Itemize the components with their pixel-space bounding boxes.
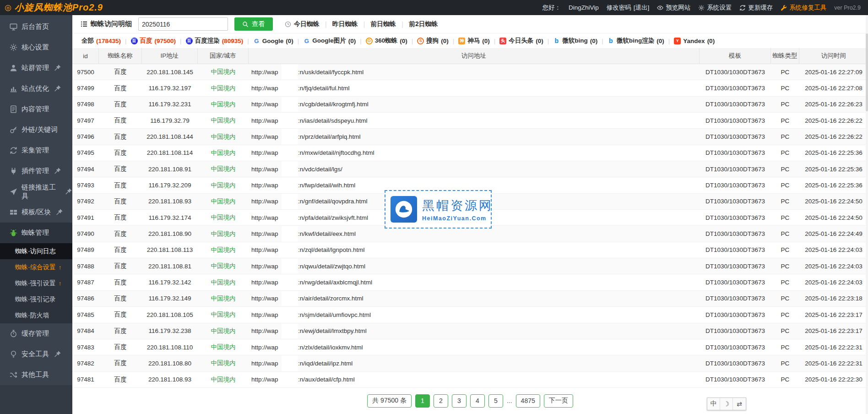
sidebar-item-plug[interactable]: 插件管理 xyxy=(0,161,72,181)
preview-site-link[interactable]: 预览网站 xyxy=(657,4,690,12)
update-cache-link[interactable]: 更新缓存 xyxy=(739,4,773,12)
repair-tool-link[interactable]: 系统修复工具 xyxy=(781,4,826,12)
cell-蜘蛛类型: PC xyxy=(771,258,799,274)
filter-shenma[interactable]: 神神马(0) xyxy=(458,37,490,45)
table-row[interactable]: 97489百度220.181.108.113中国境内http://wap:n/z… xyxy=(72,242,868,258)
google-icon: G xyxy=(303,38,310,44)
table-row[interactable]: 97481百度220.181.108.93中国境内http://wap:n/au… xyxy=(72,372,868,388)
sidebar-subitem[interactable]: 蜘蛛·强引记录 xyxy=(0,291,72,307)
sidebar-item-grid[interactable]: 模板/区块 xyxy=(0,202,72,223)
sidebar-item-spider[interactable]: 蜘蛛管理 xyxy=(0,223,72,243)
ime-key-0[interactable]: 中 xyxy=(707,398,720,410)
sidebar-subitem[interactable]: 蜘蛛·访问日志 xyxy=(0,243,72,259)
page-button-last[interactable]: 4875 xyxy=(516,394,540,408)
redaction-overlay xyxy=(282,64,298,80)
cell-蜘蛛类型: PC xyxy=(771,129,799,144)
page-button-4[interactable]: 4 xyxy=(470,394,485,408)
table-row[interactable]: 97499百度116.179.32.197中国境内http://wap:n/fj… xyxy=(72,80,868,96)
filter-google[interactable]: GGoogle图片(0) xyxy=(303,37,356,45)
cell-国家/城市: 中国境内 xyxy=(198,161,249,177)
filter-google[interactable]: GGoogle(0) xyxy=(253,38,293,44)
url-prefix: http://wap xyxy=(251,295,278,302)
system-settings-label: 系统设置 xyxy=(707,4,732,12)
filter-all[interactable]: 全部(178435) xyxy=(81,37,121,45)
sidebar-item-chart[interactable]: 站点优化 xyxy=(0,78,72,99)
table-row[interactable]: 97496百度220.181.108.144中国境内http://wap:n/p… xyxy=(72,129,868,145)
system-settings-link[interactable]: 系统设置 xyxy=(698,4,732,12)
page-button-2[interactable]: 2 xyxy=(434,394,448,408)
table-row[interactable]: 97495百度220.181.108.114中国境内http://wap:n/m… xyxy=(72,145,868,161)
filter-bing[interactable]: b微软bing渲染(0) xyxy=(608,37,664,45)
ime-key-1[interactable]: ☽ xyxy=(720,398,733,410)
table-row[interactable]: 97488百度220.181.108.81中国境内http://wap:n/qw… xyxy=(72,258,868,274)
view-button[interactable]: 查看 xyxy=(234,17,273,31)
quick-link[interactable]: 昨日蜘蛛 xyxy=(332,20,358,28)
cell-蜘蛛类型: PC xyxy=(771,307,799,322)
sidebar-item-key[interactable]: 外链/关键词 xyxy=(0,120,72,140)
sidebar-item-document[interactable]: 内容管理 xyxy=(0,99,72,120)
table-row[interactable]: 97500百度220.181.108.145中国境内http://wap:n/u… xyxy=(72,64,868,80)
filter-baidu[interactable]: 百百度渲染(80935) xyxy=(186,37,244,45)
date-picker xyxy=(138,17,228,31)
quick-link[interactable]: 前日蜘蛛 xyxy=(370,20,396,28)
date-input[interactable] xyxy=(142,21,225,28)
sidebar-item-gear[interactable]: 核心设置 xyxy=(0,37,72,58)
document-icon xyxy=(10,105,17,113)
cell-蜘蛛类型: PC xyxy=(771,242,799,258)
sidebar-item-shuffle[interactable]: 其他工具 xyxy=(0,365,72,385)
sidebar-subitem[interactable]: 蜘蛛·防火墙 xyxy=(0,307,72,323)
sidebar-item-user[interactable]: 站群管理 xyxy=(0,58,72,78)
scrollbar-thumb[interactable] xyxy=(866,33,868,111)
cell-国家/城市: 中国境内 xyxy=(198,355,249,371)
cell-id: 97493 xyxy=(72,177,99,193)
url-suffix: :n/ias/detail/sdspeyu.html xyxy=(298,117,368,124)
quick-link[interactable]: 前2日蜘蛛 xyxy=(409,20,438,28)
scrollbar-track[interactable] xyxy=(866,15,868,414)
filter-yandex[interactable]: YYandex(0) xyxy=(674,38,715,44)
url-suffix: :n/vdc/detail/lgs/ xyxy=(298,166,342,173)
sidebar-item-monitor[interactable]: 后台首页 xyxy=(0,16,72,37)
cell-访问时间: 2025-01-16 22:22:30 xyxy=(799,372,868,387)
quick-link-label: 昨日蜘蛛 xyxy=(332,20,358,28)
sidebar-item-sync[interactable]: 采集管理 xyxy=(0,140,72,161)
logout-link[interactable]: [退出] xyxy=(634,4,650,12)
url-prefix: http://wap xyxy=(251,360,278,367)
ime-key-2[interactable]: ⇄ xyxy=(733,398,746,410)
sidebar-item-bulb[interactable]: 安全工具 xyxy=(0,344,72,365)
preview-site-label: 预览网站 xyxy=(666,4,690,12)
table-row[interactable]: 97494百度220.181.108.91中国境内http://wap:n/vd… xyxy=(72,161,868,177)
filter-label: 微软bing渲染 xyxy=(617,37,655,45)
table-row[interactable]: 97484百度116.179.32.238中国境内http://wap:n/ew… xyxy=(72,323,868,339)
next-page-button[interactable]: 下一页 xyxy=(544,394,573,408)
sidebar-subitem[interactable]: 蜘蛛·强引设置↑ xyxy=(0,275,72,291)
url-prefix: http://wap xyxy=(251,311,278,318)
change-password-link[interactable]: 修改密码 xyxy=(607,4,631,12)
cell-IP地址: 220.181.108.113 xyxy=(142,242,198,258)
table-row[interactable]: 97498百度116.179.32.231中国境内http://wap:n/cg… xyxy=(72,97,868,113)
sidebar-subitem[interactable]: 蜘蛛·综合设置↑ xyxy=(0,259,72,275)
page-button-5[interactable]: 5 xyxy=(488,394,503,408)
cell-蜘蛛名称: 百度 xyxy=(99,177,142,193)
filter-360[interactable]: O360蜘蛛(0) xyxy=(366,37,407,45)
table-row[interactable]: 97486百度116.179.32.149中国境内http://wap:n/ai… xyxy=(72,291,868,307)
redaction-overlay xyxy=(282,274,298,290)
url-suffix: :n/aux/detail/cfp.html xyxy=(298,376,355,383)
filter-count: (0) xyxy=(707,38,715,44)
page-button-3[interactable]: 3 xyxy=(452,394,467,408)
table-row[interactable]: 97485百度220.181.108.105中国境内http://wap:n/s… xyxy=(72,307,868,323)
cell-模板: DT1030/1030DT3673 xyxy=(700,226,771,241)
sidebar-item-send[interactable]: 链接推送工具 xyxy=(0,181,72,202)
filter-toutiao[interactable]: 头今日头条(0) xyxy=(499,37,543,45)
quick-link[interactable]: 今日蜘蛛 xyxy=(285,20,320,28)
filter-baidu[interactable]: 百百度(97500) xyxy=(131,37,176,45)
table-row[interactable]: 97487百度116.179.32.142中国境内http://wap:n/rw… xyxy=(72,274,868,290)
page-button-1[interactable]: 1 xyxy=(415,394,430,408)
table-row[interactable]: 97482百度220.181.108.80中国境内http://wap:n/iq… xyxy=(72,355,868,371)
table-row[interactable]: 97497百度116.179.32.79中国境内http://wap:n/ias… xyxy=(72,113,868,129)
filter-sogou[interactable]: S搜狗(0) xyxy=(417,37,449,45)
sidebar-subitem-label: 蜘蛛·访问日志 xyxy=(15,247,56,256)
filter-bing[interactable]: b微软bing(0) xyxy=(553,37,597,45)
sidebar-item-timer[interactable]: 缓存管理 xyxy=(0,323,72,344)
ime-toolbar[interactable]: 中☽⇄ xyxy=(707,398,746,410)
table-row[interactable]: 97483百度220.181.108.110中国境内http://wap:n/z… xyxy=(72,339,868,355)
